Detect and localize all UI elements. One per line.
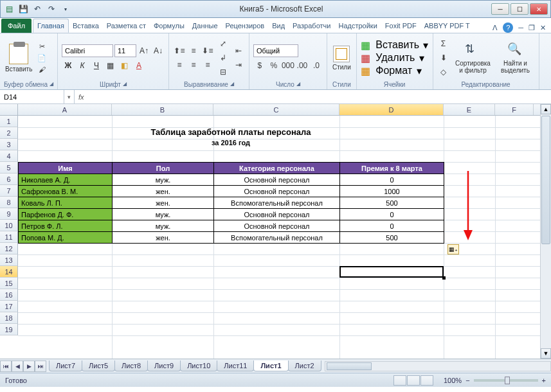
- row-header[interactable]: 14: [0, 266, 18, 278]
- align-left-icon[interactable]: ≡: [173, 58, 186, 71]
- zoom-out-icon[interactable]: −: [465, 377, 469, 384]
- view-normal-icon[interactable]: [393, 375, 406, 386]
- ribbon-tab-developer[interactable]: Разработчи: [289, 19, 334, 33]
- row-header[interactable]: 12: [0, 243, 18, 254]
- autofill-options-icon[interactable]: ▦₊: [447, 244, 459, 254]
- align-right-icon[interactable]: ≡: [201, 58, 214, 71]
- tab-nav-first-icon[interactable]: ⏮: [0, 361, 12, 372]
- cell-sex[interactable]: муж.: [113, 220, 214, 232]
- ribbon-tab-data[interactable]: Данные: [188, 19, 222, 33]
- maximize-button[interactable]: ☐: [510, 3, 528, 15]
- cell-sex[interactable]: жен.: [113, 232, 214, 244]
- cell-cat[interactable]: Основной персонал: [214, 186, 340, 197]
- tab-nav-next-icon[interactable]: ▶: [23, 361, 35, 372]
- sheet-tab[interactable]: Лист7: [49, 361, 82, 371]
- format-cells-button[interactable]: ▦ Формат ▾: [361, 65, 429, 77]
- save-icon[interactable]: 💾: [17, 3, 29, 15]
- cell-styles-button[interactable]: Стили: [331, 44, 352, 72]
- row-header[interactable]: 19: [0, 324, 18, 335]
- align-bottom-icon[interactable]: ⬇≡: [201, 44, 214, 57]
- row-header[interactable]: 2: [0, 127, 18, 139]
- row-header[interactable]: 1: [0, 116, 18, 127]
- cell-name[interactable]: Петров Ф. Л.: [19, 220, 113, 232]
- minimize-button[interactable]: ─: [491, 3, 509, 15]
- zoom-knob[interactable]: [505, 377, 510, 384]
- cell-sex[interactable]: муж.: [113, 209, 214, 220]
- bold-button[interactable]: Ж: [62, 59, 75, 72]
- cell-name[interactable]: Попова М. Д.: [19, 232, 113, 244]
- scroll-thumb[interactable]: [541, 116, 550, 244]
- cell-name[interactable]: Сафронова В. М.: [19, 186, 113, 197]
- row-header[interactable]: 4: [0, 150, 18, 162]
- view-layout-icon[interactable]: [407, 375, 420, 386]
- comma-icon[interactable]: 000: [282, 59, 294, 72]
- col-header-e[interactable]: E: [444, 104, 495, 115]
- scroll-down-icon[interactable]: ▼: [541, 348, 551, 359]
- zoom-level[interactable]: 100%: [444, 377, 462, 384]
- cell-cat[interactable]: Основной персонал: [214, 209, 340, 220]
- sheet-tab[interactable]: Лист11: [217, 361, 254, 371]
- cell-bonus[interactable]: 500: [340, 197, 444, 209]
- sheet-tab[interactable]: Лист8: [114, 361, 148, 371]
- cell-bonus[interactable]: 500: [340, 232, 444, 244]
- border-icon[interactable]: ▦: [104, 59, 117, 72]
- row-header[interactable]: 13: [0, 254, 18, 266]
- table-row[interactable]: Парфенов Д. Ф.муж.Основной персонал0: [19, 209, 444, 220]
- currency-icon[interactable]: $: [253, 59, 266, 72]
- workbook-close-icon[interactable]: ✕: [540, 24, 546, 32]
- cell-name[interactable]: Парфенов Д. Ф.: [19, 209, 113, 220]
- cell-sex[interactable]: жен.: [113, 186, 214, 197]
- row-header[interactable]: 9: [0, 208, 18, 220]
- grow-font-icon[interactable]: A↑: [138, 44, 150, 57]
- undo-icon[interactable]: ↶: [32, 3, 43, 15]
- cell-cat[interactable]: Основной персонал: [214, 174, 340, 186]
- hscroll-thumb[interactable]: [327, 362, 372, 370]
- alignment-launcher-icon[interactable]: ◢: [230, 81, 234, 88]
- col-header-c[interactable]: C: [213, 104, 339, 115]
- fill-handle[interactable]: [442, 276, 446, 280]
- delete-cells-button[interactable]: ▦ Удалить ▾: [361, 52, 429, 64]
- cell-cat[interactable]: Вспомогательный персонал: [214, 232, 340, 244]
- decrease-decimal-icon[interactable]: .0: [310, 59, 323, 72]
- ribbon-tab-abbyy[interactable]: ABBYY PDF T: [420, 19, 474, 33]
- ribbon-tab-view[interactable]: Вид: [268, 19, 289, 33]
- increase-decimal-icon[interactable]: .00: [296, 59, 309, 72]
- cell-name[interactable]: Николаев А. Д.: [19, 174, 113, 186]
- sort-filter-button[interactable]: ⇅ Сортировка и фильтр: [453, 40, 494, 75]
- cell-cat[interactable]: Вспомогательный персонал: [214, 197, 340, 209]
- ribbon-tab-addins[interactable]: Надстройки: [334, 19, 381, 33]
- name-box-dropdown-icon[interactable]: ▾: [64, 90, 75, 103]
- select-all-corner[interactable]: [0, 104, 18, 115]
- file-tab[interactable]: Файл: [1, 19, 32, 33]
- format-painter-icon[interactable]: 🖌: [36, 64, 48, 75]
- underline-button[interactable]: Ч: [90, 59, 103, 72]
- fill-color-icon[interactable]: ◧: [118, 59, 131, 72]
- zoom-slider[interactable]: [474, 379, 538, 382]
- ribbon-tab-foxit[interactable]: Foxit PDF: [381, 19, 420, 33]
- copy-icon[interactable]: 📄: [36, 53, 48, 63]
- ribbon-minimize-icon[interactable]: ᐱ: [492, 24, 498, 32]
- row-header[interactable]: 16: [0, 289, 18, 301]
- cut-icon[interactable]: ✂: [36, 41, 48, 51]
- orientation-icon[interactable]: ⤢: [217, 37, 230, 50]
- fx-icon[interactable]: fx: [78, 93, 84, 101]
- row-header[interactable]: 11: [0, 231, 18, 243]
- row-header[interactable]: 10: [0, 220, 18, 231]
- increase-indent-icon[interactable]: ⇥: [232, 58, 245, 71]
- ribbon-tab-home[interactable]: Главная: [33, 19, 69, 33]
- font-size-combo[interactable]: 11: [114, 44, 136, 57]
- sheet-tab[interactable]: Лист10: [180, 361, 217, 371]
- ribbon-tab-review[interactable]: Рецензиров: [222, 19, 269, 33]
- worksheet-grid[interactable]: A B C D E F 1 2 3 4 5 6 7 8 9 10 11 12 1…: [0, 104, 551, 359]
- decrease-indent-icon[interactable]: ⇤: [232, 44, 245, 57]
- table-row[interactable]: Николаев А. Д.муж.Основной персонал0: [19, 174, 444, 186]
- font-launcher-icon[interactable]: ◢: [123, 81, 127, 88]
- row-header[interactable]: 6: [0, 174, 18, 185]
- cell-name[interactable]: Коваль Л. П.: [19, 197, 113, 209]
- cell-bonus[interactable]: 1000: [340, 186, 444, 197]
- zoom-in-icon[interactable]: +: [542, 377, 546, 384]
- cell-sex[interactable]: жен.: [113, 197, 214, 209]
- vertical-scrollbar[interactable]: ▲ ▼: [540, 104, 551, 359]
- cell-bonus[interactable]: 0: [340, 174, 444, 186]
- fill-icon[interactable]: ⬇: [437, 51, 450, 64]
